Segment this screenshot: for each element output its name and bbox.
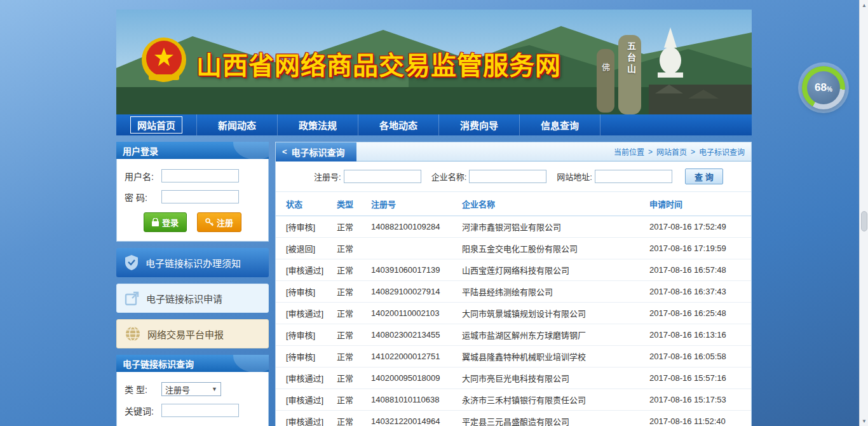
scroll-up-button[interactable]: ▲ xyxy=(860,0,868,10)
password-label: 密 码: xyxy=(125,191,161,203)
apply-time-cell: 2017-08-16 15:17:53 xyxy=(649,389,751,411)
type-label: 类 型: xyxy=(125,383,161,395)
type-cell: 正常 xyxy=(337,303,371,324)
registration-number-label: 注册号: xyxy=(314,170,341,182)
breadcrumb-current[interactable]: 电子标识查询 xyxy=(699,146,745,157)
company-name-cell: 永济市三禾村镇银行有限责任公司 xyxy=(462,389,649,411)
nav-item-consumer-guide[interactable]: 消费向导 xyxy=(439,114,520,135)
nav-item-regions[interactable]: 各地动态 xyxy=(358,114,439,135)
column-header-registration-number: 注册号 xyxy=(371,192,462,216)
registration-number-input[interactable] xyxy=(344,170,421,183)
login-panel-header: 用户登录 xyxy=(116,142,269,159)
key-icon xyxy=(205,218,214,226)
nav-item-news[interactable]: 新闻动态 xyxy=(197,114,278,135)
status-cell: [待审核] xyxy=(276,324,337,346)
lock-icon xyxy=(152,218,159,226)
username-input[interactable] xyxy=(161,169,239,182)
company-name-cell: 大同市亮巨光电科技有限公司 xyxy=(462,368,649,389)
sidebar: 用户登录 用户名: 密 码: 登录 xyxy=(116,142,269,426)
type-select[interactable]: 注册号 ▼ xyxy=(161,382,221,396)
company-name-cell: 平陆县经纬测绘有限公司 xyxy=(462,281,649,303)
type-cell: 正常 xyxy=(337,216,371,238)
login-button[interactable]: 登录 xyxy=(144,212,187,232)
scrollbar-thumb[interactable] xyxy=(861,211,867,231)
status-cell: [审核通过] xyxy=(276,303,337,324)
company-name-cell: 大同市筑景城镇规划设计有限公司 xyxy=(462,303,649,324)
company-name-cell: 河津市鑫银河铝业有限公司 xyxy=(462,216,649,238)
website-address-label: 网站地址: xyxy=(557,170,592,182)
type-cell: 正常 xyxy=(337,238,371,259)
scrollbar[interactable]: ▲ ▼ xyxy=(859,0,868,426)
register-button-label: 注册 xyxy=(217,216,233,228)
national-emblem-icon xyxy=(140,36,187,83)
progress-percent-sign: % xyxy=(827,86,832,93)
chevron-down-icon: ▼ xyxy=(212,386,217,392)
registration-number-cell: 140200110002103 xyxy=(371,303,462,324)
external-link-icon xyxy=(125,291,140,306)
breadcrumb-separator: > xyxy=(691,148,695,156)
company-name-cell: 山西宝莲灯网络科技有限公司 xyxy=(462,259,649,281)
stone-inscription: 五台山 xyxy=(625,41,637,76)
registration-number-cell: 140829100027914 xyxy=(371,281,462,303)
progress-number: 68 xyxy=(815,81,827,94)
company-name-cell: 平定县三元昌盛酿造有限公司 xyxy=(462,411,649,426)
status-cell: [审核通过] xyxy=(276,259,337,281)
type-cell: 正常 xyxy=(337,411,371,426)
globe-icon xyxy=(125,326,141,342)
section-strip: < 电子标识查询 当前位置 > 网站首页 > 电子标识查询 xyxy=(276,142,751,161)
scroll-down-button[interactable]: ▼ xyxy=(860,416,868,426)
main-panel: < 电子标识查询 当前位置 > 网站首页 > 电子标识查询 注册号: 企业名称:… xyxy=(275,142,752,426)
nav-item-home[interactable]: 网站首页 xyxy=(116,114,197,135)
password-input[interactable] xyxy=(161,190,239,203)
breadcrumb: 当前位置 > 网站首页 > 电子标识查询 xyxy=(614,146,751,157)
registration-number-cell: 141022000012751 xyxy=(371,346,462,368)
website-address-input[interactable] xyxy=(595,170,672,183)
status-cell: [审核通过] xyxy=(276,389,337,411)
sidebar-query-panel: 电子链接标识查询 类 型: 注册号 ▼ 关键词: 查询 xyxy=(116,355,269,426)
sidebar-link-label: 电子链接标识办理须知 xyxy=(146,256,241,270)
apply-time-cell: 2017-08-16 16:05:58 xyxy=(649,346,751,368)
registration-number-cell: 140802300213455 xyxy=(371,324,462,346)
sidebar-link-platform-declare[interactable]: 网络交易平台申报 xyxy=(116,319,269,348)
nav-item-policy[interactable]: 政策法规 xyxy=(278,114,358,135)
stone-inscription-small: 佛 xyxy=(602,60,610,72)
column-header-company-name: 企业名称 xyxy=(462,192,649,216)
registration-number-cell: 140321220014964 xyxy=(371,411,462,426)
results-table: 状态 类型 注册号 企业名称 申请时间 [待审核] 正常 14088210010… xyxy=(276,192,751,426)
login-panel-title: 用户登录 xyxy=(123,144,158,157)
table-row: [被退回] 正常 阳泉五金交电化工股份有限公司 2017-08-16 17:19… xyxy=(276,238,751,259)
type-cell: 正常 xyxy=(337,281,371,303)
table-row: [审核通过] 正常 140391060017139 山西宝莲灯网络科技有限公司 … xyxy=(276,259,751,281)
type-cell: 正常 xyxy=(337,259,371,281)
table-row: [待审核] 正常 140829100027914 平陆县经纬测绘有限公司 201… xyxy=(276,281,751,303)
sidebar-link-label: 电子链接标识申请 xyxy=(146,292,222,305)
sidebar-link-apply[interactable]: 电子链接标识申请 xyxy=(116,284,269,313)
status-cell: [审核通过] xyxy=(276,368,337,389)
sidebar-link-notice[interactable]: 电子链接标识办理须知 xyxy=(116,248,269,277)
breadcrumb-home-link[interactable]: 网站首页 xyxy=(656,146,687,157)
register-button[interactable]: 注册 xyxy=(197,212,241,232)
nav-item-info-query[interactable]: 信息查询 xyxy=(520,114,600,135)
section-title: 电子标识查询 xyxy=(292,146,345,158)
shield-icon xyxy=(124,254,139,271)
nav-item-label: 网站首页 xyxy=(130,116,182,134)
apply-time-cell: 2017-08-16 15:57:16 xyxy=(649,368,751,389)
table-row: [审核通过] 正常 140200110002103 大同市筑景城镇规划设计有限公… xyxy=(276,303,751,324)
registration-number-cell: 140391060017139 xyxy=(371,259,462,281)
company-name-input[interactable] xyxy=(469,170,546,183)
username-label: 用户名: xyxy=(125,170,161,182)
type-cell: 正常 xyxy=(337,389,371,411)
nav-item-label: 政策法规 xyxy=(299,118,337,132)
keyword-input[interactable] xyxy=(161,404,239,417)
apply-time-cell: 2017-08-16 16:13:16 xyxy=(649,324,751,346)
load-progress-indicator: 68% xyxy=(802,66,845,109)
table-row: [审核通过] 正常 140200095018009 大同市亮巨光电科技有限公司 … xyxy=(276,368,751,389)
search-form: 注册号: 企业名称: 网站地址: 查 询 xyxy=(276,161,751,192)
results-body: [待审核] 正常 140882100109284 河津市鑫银河铝业有限公司 20… xyxy=(276,216,751,426)
company-name-cell: 翼城县隆鑫特种机械职业培训学校 xyxy=(462,346,649,368)
progress-value: 68% xyxy=(807,71,840,104)
search-submit-button[interactable]: 查 询 xyxy=(685,168,723,184)
table-row: [审核通过] 正常 140321220014964 平定县三元昌盛酿造有限公司 … xyxy=(276,411,751,426)
apply-time-cell: 2017-08-16 16:57:48 xyxy=(649,259,751,281)
page-container: 山西省网络商品交易监管服务网 五台山 佛 网站首页 新闻动态 政策法规 各地动态… xyxy=(116,0,752,426)
